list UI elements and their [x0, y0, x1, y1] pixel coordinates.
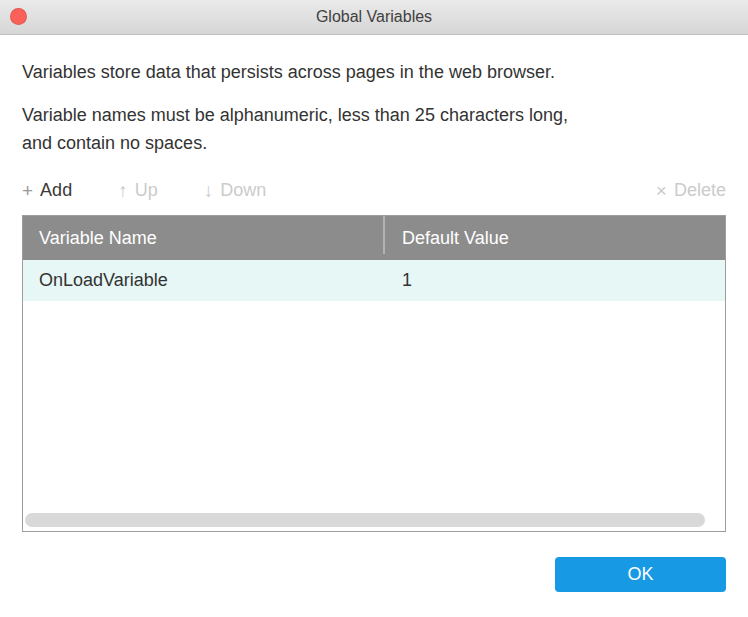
default-value-cell[interactable]: 1 — [383, 270, 412, 291]
horizontal-scrollbar-track[interactable] — [25, 513, 723, 527]
variables-table: Variable Name Default Value OnLoadVariab… — [22, 215, 726, 532]
add-button-label: Add — [40, 180, 72, 201]
down-button[interactable]: ↓ Down — [204, 180, 267, 201]
up-button-label: Up — [135, 180, 158, 201]
global-variables-dialog: Global Variables Variables store data th… — [0, 0, 748, 617]
description-paragraph-1: Variables store data that persists acros… — [22, 60, 726, 84]
description-line-3: and contain no spaces. — [22, 133, 207, 153]
up-button[interactable]: ↑ Up — [118, 180, 158, 201]
arrow-down-icon: ↓ — [204, 181, 214, 200]
column-header-default-value: Default Value — [383, 228, 509, 249]
delete-button[interactable]: × Delete — [656, 180, 726, 201]
title-bar[interactable]: Global Variables — [0, 0, 748, 35]
table-header-row: Variable Name Default Value — [23, 216, 725, 260]
dialog-footer: OK — [22, 557, 726, 592]
column-header-variable-name: Variable Name — [23, 228, 383, 249]
description-line-2: Variable names must be alphanumeric, les… — [22, 105, 568, 125]
table-row[interactable]: OnLoadVariable 1 — [23, 260, 725, 301]
ok-button[interactable]: OK — [555, 557, 726, 592]
horizontal-scrollbar-thumb[interactable] — [25, 513, 705, 527]
description-paragraph-2: Variable names must be alphanumeric, les… — [22, 101, 726, 157]
variable-name-cell[interactable]: OnLoadVariable — [23, 270, 383, 291]
toolbar: + Add ↑ Up ↓ Down × Delete — [22, 180, 726, 201]
dialog-body: Variables store data that persists acros… — [0, 60, 748, 592]
add-button[interactable]: + Add — [22, 180, 72, 201]
close-button[interactable] — [10, 8, 27, 25]
plus-icon: + — [22, 181, 33, 200]
column-divider — [383, 216, 385, 254]
arrow-up-icon: ↑ — [118, 181, 128, 200]
window-title: Global Variables — [316, 8, 432, 26]
x-icon: × — [656, 181, 667, 200]
down-button-label: Down — [220, 180, 266, 201]
delete-button-label: Delete — [674, 180, 726, 201]
